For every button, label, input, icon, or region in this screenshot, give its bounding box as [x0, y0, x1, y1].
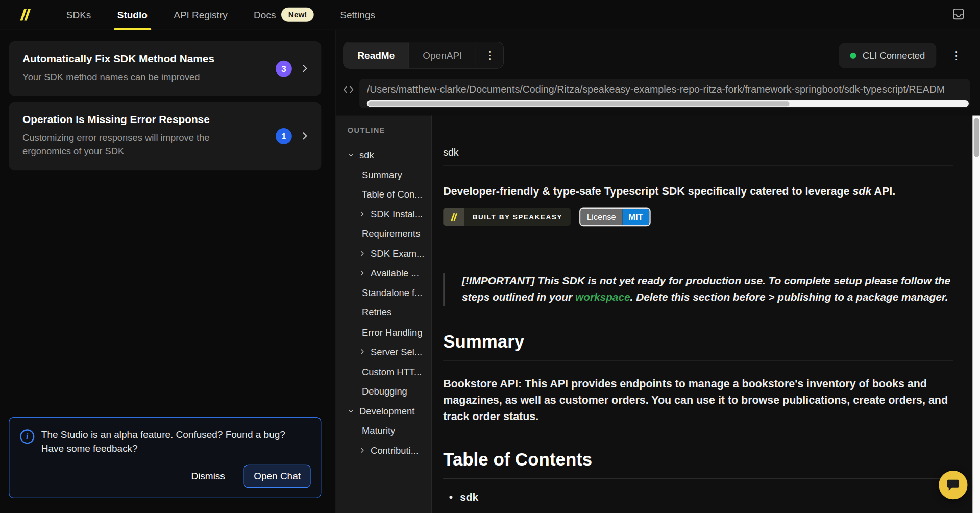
readme-doc-title: sdk — [443, 147, 953, 166]
tab-readme-label: ReadMe — [357, 50, 395, 61]
outline-item-retries[interactable]: Retries — [348, 303, 431, 323]
summary-heading: Summary — [443, 331, 953, 361]
suggestion-title: Operation Is Missing Error Response — [22, 113, 265, 126]
outline-item-standalone-functions[interactable]: Standalone f... — [348, 283, 431, 303]
outline-item-requirements[interactable]: Requirements — [348, 224, 431, 243]
outline-item-label: Custom HTT... — [362, 366, 422, 377]
kebab-icon: ⋮ — [484, 49, 495, 62]
outline-item-custom-http[interactable]: Custom HTT... — [348, 361, 431, 381]
suggestion-card-text: Automatically Fix SDK Method Names Your … — [22, 53, 265, 84]
code-icon — [340, 85, 355, 94]
chevron-right-icon[interactable] — [359, 348, 365, 355]
open-chat-button[interactable]: Open Chat — [244, 465, 311, 488]
outline-item-table-of-contents[interactable]: Table of Con... — [348, 184, 431, 204]
nav-settings-label: Settings — [340, 9, 375, 20]
chat-fab-button[interactable] — [939, 471, 967, 499]
nav-api-registry-label: API Registry — [174, 9, 227, 20]
vertical-scrollbar[interactable] — [972, 116, 980, 513]
license-label: License — [581, 209, 622, 225]
suggestion-title: Automatically Fix SDK Method Names — [22, 53, 265, 65]
horizontal-scrollbar-thumb[interactable] — [368, 101, 789, 106]
editor-panel: ReadMe OpenAPI ⋮ CLI Connected ⋮ — [335, 30, 980, 513]
outline-item-development[interactable]: Development — [348, 401, 431, 421]
summary-paragraph: Bookstore API: This API provides endpoin… — [443, 376, 953, 425]
readme-intro: Developer-friendly & type-safe Typescrip… — [443, 185, 953, 198]
workspace-link[interactable]: workspace — [575, 291, 630, 303]
outline-item-label: Debugging — [362, 386, 407, 397]
vertical-scrollbar-thumb[interactable] — [973, 118, 979, 157]
inbox-button[interactable] — [952, 7, 965, 22]
suggestion-subtitle: Customizing error responses will improve… — [22, 130, 248, 158]
suggestion-card-fix-method-names[interactable]: Automatically Fix SDK Method Names Your … — [9, 41, 321, 96]
suggestion-count-badge: 3 — [276, 60, 292, 77]
outline-item-sdk-examples[interactable]: SDK Exam... — [348, 243, 431, 263]
tab-readme[interactable]: ReadMe — [344, 42, 408, 68]
outline-item-server-selection[interactable]: Server Sel... — [348, 342, 431, 362]
top-navbar: SDKs Studio API Registry Docs New! Setti… — [0, 0, 980, 30]
chevron-right-icon — [300, 63, 310, 74]
outline-item-label: Summary — [362, 169, 402, 180]
cli-status-badge: CLI Connected — [839, 43, 936, 68]
chevron-right-icon — [300, 131, 310, 141]
outline-item-label: SDK Instal... — [371, 209, 423, 219]
file-path: /Users/matthew-clarke/Documents/Coding/R… — [367, 84, 969, 95]
nav-studio[interactable]: Studio — [104, 0, 160, 30]
chevron-right-icon[interactable] — [359, 447, 365, 453]
nav-docs[interactable]: Docs New! — [240, 0, 327, 30]
important-blockquote: [!IMPORTANT] This SDK is not yet ready f… — [443, 273, 953, 306]
outline-item-label: Server Sel... — [371, 347, 422, 357]
outline-item-sdk[interactable]: sdk — [348, 145, 431, 165]
suggestion-count-badge: 1 — [276, 128, 292, 144]
nav-studio-label: Studio — [117, 9, 148, 20]
chevron-down-icon[interactable] — [348, 152, 354, 158]
editor-menu-button[interactable]: ⋮ — [949, 48, 964, 62]
alert-actions: Dismiss Open Chat — [20, 465, 310, 488]
nav-settings[interactable]: Settings — [327, 0, 388, 30]
suggestions-panel: Automatically Fix SDK Method Names Your … — [0, 30, 335, 513]
readme-badges: BUILT BY SPEAKEASY License MIT — [443, 208, 953, 226]
outline-item-error-handling[interactable]: Error Handling — [348, 322, 431, 342]
outline-item-maturity[interactable]: Maturity — [348, 421, 431, 441]
tab-openapi-label: OpenAPI — [423, 50, 462, 61]
alert-message: The Studio is an alpha feature. Confused… — [41, 428, 291, 456]
info-icon: i — [20, 429, 34, 444]
nav-sdks-label: SDKs — [66, 9, 91, 20]
main-layout: Automatically Fix SDK Method Names Your … — [0, 30, 980, 513]
horizontal-scrollbar[interactable] — [367, 100, 969, 107]
outline-item-sdk-installation[interactable]: SDK Instal... — [348, 204, 431, 224]
intro-prefix: Developer-friendly & type-safe Typescrip… — [443, 185, 852, 197]
speakeasy-logo-icon[interactable] — [19, 8, 32, 22]
outline-item-label: Error Handling — [362, 327, 422, 337]
important-text-post: . Delete this section before > publishin… — [630, 291, 948, 303]
suggestion-card-missing-error-response[interactable]: Operation Is Missing Error Response Cust… — [9, 102, 321, 170]
outline-header: OUTLINE — [348, 126, 431, 134]
tab-options-button[interactable]: ⋮ — [476, 42, 503, 68]
alert-content: i The Studio is an alpha feature. Confus… — [20, 428, 310, 456]
docs-new-badge: New! — [281, 8, 314, 22]
outline-item-available[interactable]: Available ... — [348, 263, 431, 283]
dismiss-button[interactable]: Dismiss — [190, 467, 226, 486]
nav-api-registry[interactable]: API Registry — [161, 0, 241, 30]
kebab-icon: ⋮ — [950, 49, 962, 61]
chevron-right-icon[interactable] — [359, 210, 365, 217]
status-dot-icon — [850, 52, 856, 58]
tab-openapi[interactable]: OpenAPI — [408, 42, 476, 68]
license-badge[interactable]: License MIT — [581, 209, 649, 225]
inbox-icon — [952, 7, 965, 22]
outline-item-label: Available ... — [371, 267, 419, 278]
license-value: MIT — [622, 209, 649, 225]
built-by-speakeasy-badge[interactable]: BUILT BY SPEAKEASY — [443, 208, 571, 226]
outline-item-debugging[interactable]: Debugging — [348, 381, 431, 401]
chevron-down-icon[interactable] — [348, 407, 354, 414]
suggestion-card-text: Operation Is Missing Error Response Cust… — [22, 113, 265, 158]
chevron-right-icon[interactable] — [359, 270, 365, 276]
intro-emphasis: sdk — [852, 185, 871, 197]
chevron-right-icon[interactable] — [359, 250, 365, 256]
readme-preview: sdk Developer-friendly & type-safe Types… — [432, 116, 972, 513]
chat-bubble-icon — [946, 478, 961, 493]
outline-item-summary[interactable]: Summary — [348, 165, 431, 185]
nav-sdks[interactable]: SDKs — [53, 0, 104, 30]
toc-item-sdk[interactable]: sdk — [460, 492, 953, 504]
outline-item-contributions[interactable]: Contributi... — [348, 441, 431, 460]
outline-item-label: sdk — [359, 150, 374, 160]
